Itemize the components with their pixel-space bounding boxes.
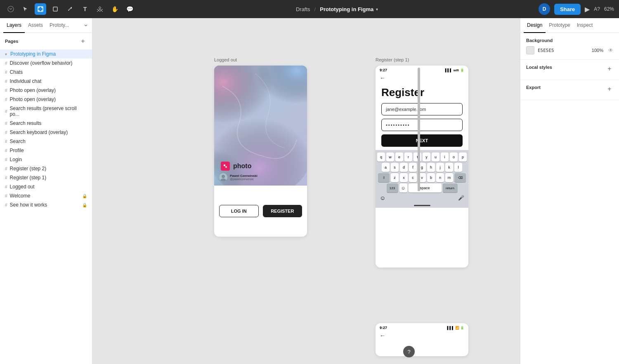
- add-page-button[interactable]: +: [79, 37, 87, 45]
- page-item-see-how[interactable]: # See how it works 🔒: [0, 200, 92, 209]
- page-item-register-1[interactable]: # Register (step 1): [0, 173, 92, 182]
- kb-shift[interactable]: ⇧: [378, 173, 390, 182]
- comment-tool[interactable]: 💬: [124, 3, 135, 15]
- reg2-back[interactable]: ←: [376, 331, 468, 341]
- page-item-search-results-preserve[interactable]: # Search results (preserve scroll po...: [0, 104, 92, 119]
- kb-b[interactable]: b: [427, 173, 435, 182]
- page-item-logged-out[interactable]: # Logged out: [0, 182, 92, 191]
- login-button[interactable]: LOG IN: [219, 205, 259, 217]
- kb-n[interactable]: n: [436, 173, 444, 182]
- kb-y[interactable]: y: [423, 153, 430, 162]
- kb-d[interactable]: d: [400, 163, 408, 172]
- page-item-register-2[interactable]: # Register (step 2): [0, 164, 92, 173]
- kb-space[interactable]: space: [409, 183, 442, 193]
- frame-tool[interactable]: [35, 3, 46, 15]
- page-item-search-keyboard[interactable]: # Search keyboard (overlay): [0, 128, 92, 137]
- tab-design[interactable]: Design: [524, 18, 546, 33]
- kb-u[interactable]: u: [432, 153, 439, 162]
- select-tool[interactable]: [20, 3, 31, 15]
- components-tool[interactable]: [94, 3, 106, 15]
- logo-icon: [221, 162, 230, 171]
- battery-icon: 🔋: [460, 68, 464, 72]
- tab-prototype[interactable]: Prototy...: [46, 18, 72, 33]
- pen-tool[interactable]: [64, 3, 76, 15]
- page-item-profile[interactable]: # Profile: [0, 146, 92, 155]
- add-local-style-button[interactable]: +: [606, 65, 613, 73]
- auto-label[interactable]: A?: [594, 6, 600, 12]
- page-item-discover[interactable]: # Discover (overflow behavior): [0, 59, 92, 68]
- canvas-scrollbar[interactable]: [418, 68, 420, 191]
- kb-m[interactable]: m: [445, 173, 453, 182]
- bg-color-swatch[interactable]: [526, 46, 534, 54]
- main-menu-icon[interactable]: [5, 3, 17, 15]
- page-item-photo-2[interactable]: # Photo open (overlay): [0, 95, 92, 104]
- hand-tool[interactable]: ✋: [109, 3, 120, 15]
- kb-123[interactable]: 123: [387, 183, 398, 193]
- page-item-chats[interactable]: # Chats: [0, 68, 92, 77]
- kb-p[interactable]: p: [459, 153, 467, 162]
- register-home-indicator-row: [376, 204, 468, 208]
- page-item-search[interactable]: # Search: [0, 137, 92, 146]
- sidebar-collapse-icon[interactable]: [84, 18, 89, 33]
- zoom-level[interactable]: 62%: [604, 6, 614, 12]
- page-item-login[interactable]: # Login: [0, 155, 92, 164]
- help-button[interactable]: ?: [403, 346, 415, 357]
- page-item-search-results[interactable]: # Search results: [0, 119, 92, 128]
- share-button[interactable]: Share: [554, 4, 581, 15]
- kb-o[interactable]: o: [450, 153, 458, 162]
- page-item-welcome[interactable]: # Welcome 🔒: [0, 191, 92, 200]
- kb-w[interactable]: w: [386, 153, 394, 162]
- tab-assets[interactable]: Assets: [25, 18, 46, 33]
- kb-q[interactable]: q: [377, 153, 385, 162]
- kb-h[interactable]: h: [427, 163, 435, 172]
- kb-k[interactable]: k: [445, 163, 453, 172]
- user-name: Pawel Czerwinski: [230, 174, 258, 178]
- kb-z[interactable]: z: [391, 173, 399, 182]
- page-item-individual-chat[interactable]: # Individual chat: [0, 77, 92, 86]
- kb-f[interactable]: f: [409, 163, 417, 172]
- kb-backspace[interactable]: ⌫: [454, 173, 466, 182]
- kb-mic-icon: 🎤: [458, 195, 464, 201]
- kb-i[interactable]: i: [441, 153, 449, 162]
- bg-hex-value: E5E5E5: [538, 48, 554, 53]
- tab-layers[interactable]: Layers: [3, 18, 25, 33]
- visibility-icon[interactable]: 👁: [608, 47, 613, 53]
- splash-image: photo Pawel Czerwinski @pawelczerwinski: [214, 66, 307, 186]
- text-tool[interactable]: T: [79, 3, 91, 15]
- user-avatar[interactable]: D: [539, 3, 550, 15]
- kb-x[interactable]: x: [400, 173, 408, 182]
- kb-return[interactable]: return: [443, 183, 458, 193]
- tab-inspect[interactable]: Inspect: [574, 18, 596, 33]
- email-input[interactable]: jane@example.com: [381, 103, 463, 115]
- add-export-button[interactable]: +: [606, 85, 613, 93]
- back-button[interactable]: ←: [376, 73, 468, 83]
- kb-r[interactable]: r: [404, 153, 412, 162]
- kb-c[interactable]: c: [409, 173, 417, 182]
- left-sidebar: Layers Assets Prototy... Pages + ▾ Proto…: [0, 18, 92, 364]
- play-button[interactable]: ▶: [585, 5, 590, 13]
- page-item-prototyping[interactable]: ▾ Prototyping in Figma: [0, 49, 92, 59]
- page-hash-icon: #: [5, 79, 7, 84]
- kb-s[interactable]: s: [391, 163, 399, 172]
- next-button[interactable]: NEXT: [381, 134, 463, 147]
- keyboard: q w e r t y u i o p a s d f g h: [376, 150, 468, 204]
- breadcrumb-slash: /: [314, 6, 316, 12]
- page-label: Photo open (overlay): [10, 96, 56, 102]
- page-label: Logged out: [10, 184, 35, 190]
- file-dropdown-icon[interactable]: ▾: [376, 7, 378, 12]
- shape-tool[interactable]: [50, 3, 61, 15]
- tab-prototype[interactable]: Prototype: [546, 18, 573, 33]
- frame-label-register: Register (step 1): [376, 57, 409, 62]
- drafts-breadcrumb[interactable]: Drafts: [296, 6, 310, 12]
- page-item-photo-1[interactable]: # Photo open (overlay): [0, 86, 92, 95]
- password-input[interactable]: ••••••••••: [381, 119, 463, 131]
- export-title: Export: [526, 85, 541, 90]
- page-hash-icon: #: [5, 148, 7, 153]
- kb-j[interactable]: j: [436, 163, 444, 172]
- kb-l[interactable]: l: [454, 163, 462, 172]
- register-button[interactable]: REGISTER: [263, 205, 302, 217]
- kb-e[interactable]: e: [395, 153, 403, 162]
- canvas[interactable]: Logged out: [92, 18, 520, 364]
- kb-a[interactable]: a: [382, 163, 390, 172]
- kb-emoji-key[interactable]: ☺: [399, 183, 407, 193]
